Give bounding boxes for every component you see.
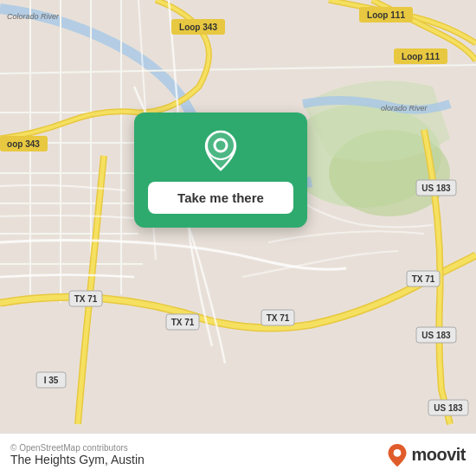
svg-text:I 35: I 35 xyxy=(44,376,59,385)
svg-text:US 183: US 183 xyxy=(421,331,451,340)
moovit-logo: moovit xyxy=(385,443,466,467)
svg-text:TX 71: TX 71 xyxy=(74,294,98,304)
svg-text:Loop 343: Loop 343 xyxy=(179,23,217,32)
svg-text:Loop 111: Loop 111 xyxy=(367,10,405,20)
svg-text:Loop 111: Loop 111 xyxy=(402,52,440,61)
location-card: Take me there xyxy=(134,113,307,228)
svg-text:US 183: US 183 xyxy=(434,403,463,413)
copyright-text: © OpenStreetMap contributors xyxy=(10,443,145,453)
svg-text:TX 71: TX 71 xyxy=(267,313,290,323)
location-pin-icon xyxy=(200,130,241,171)
info-bar: © OpenStreetMap contributors The Heights… xyxy=(0,433,476,476)
svg-text:Colorado River: Colorado River xyxy=(7,12,60,21)
location-title: The Heights Gym, Austin xyxy=(10,453,145,466)
svg-text:olorado River: olorado River xyxy=(381,104,428,113)
svg-text:oop 343: oop 343 xyxy=(7,139,40,149)
svg-text:TX 71: TX 71 xyxy=(171,318,195,327)
moovit-pin-icon xyxy=(385,443,409,467)
svg-text:US 183: US 183 xyxy=(421,183,451,193)
svg-point-42 xyxy=(394,449,402,457)
moovit-text: moovit xyxy=(411,445,466,465)
map-container: Loop 111 Loop 111 Loop 343 oop 343 US 18… xyxy=(0,0,476,433)
take-me-there-button[interactable]: Take me there xyxy=(148,182,293,214)
svg-text:TX 71: TX 71 xyxy=(412,274,435,284)
info-left: © OpenStreetMap contributors The Heights… xyxy=(10,443,145,466)
